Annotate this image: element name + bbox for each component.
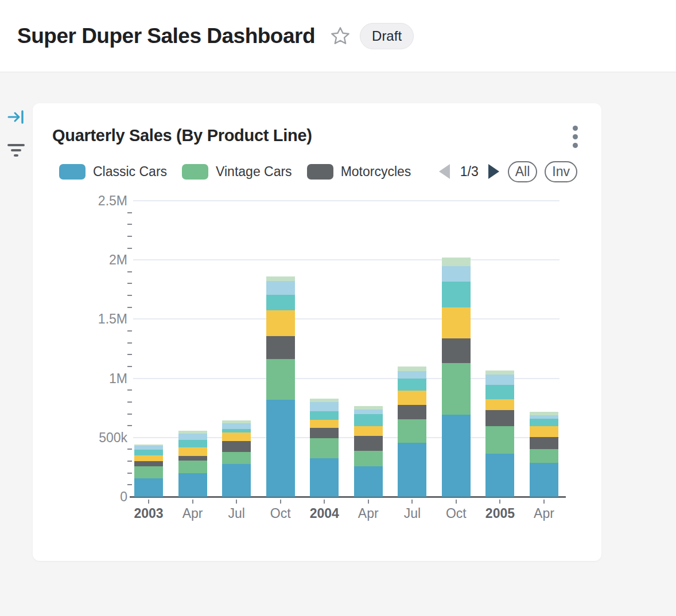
bar-segment[interactable] [530,415,558,419]
bar-segment[interactable] [354,451,383,466]
bar-segment[interactable] [485,375,514,385]
bar-segment[interactable] [178,461,207,473]
legend-prev-page-icon[interactable] [438,164,451,179]
bar-segment[interactable] [266,295,295,310]
bar-segment[interactable] [485,454,514,497]
bar-segment[interactable] [354,410,383,414]
bar-segment[interactable] [354,426,383,436]
y-axis-minor-tick [127,271,132,272]
bar-segment[interactable] [134,445,163,446]
bar-segment[interactable] [178,440,207,447]
bar-segment[interactable] [398,443,426,497]
bar-segment[interactable] [266,400,295,497]
collapse-panel-right-icon[interactable] [6,107,26,127]
bar-segment[interactable] [442,266,471,282]
bar-segment[interactable] [530,426,558,436]
bar-segment[interactable] [310,438,339,458]
bar-segment[interactable] [134,478,163,497]
page-title: Super Duper Sales Dashboard [17,24,315,48]
bar-segment[interactable] [134,461,163,466]
bar-segment[interactable] [398,391,426,405]
bar-segment[interactable] [530,449,558,462]
bar-segment[interactable] [310,428,339,438]
bar-segment[interactable] [485,426,514,454]
bar-segment[interactable] [530,463,558,497]
bar-segment[interactable] [354,414,383,426]
select-all-button[interactable]: All [508,161,538,182]
bar-segment[interactable] [354,466,383,497]
bar-segment[interactable] [178,473,207,497]
bar-segment[interactable] [442,415,471,497]
bar-segment[interactable] [266,310,295,337]
bar-segment[interactable] [178,456,207,461]
bar-segment[interactable] [222,429,251,433]
bar-segment[interactable] [398,419,426,443]
legend-next-page-icon[interactable] [488,164,500,179]
bar-segment[interactable] [310,458,339,497]
legend-item-motorcycles[interactable]: Motorcycles [307,164,411,180]
plot-area: 0500k1M1.5M2M2.5M2003AprJulOct2004AprJul… [133,201,560,497]
bar-segment[interactable] [178,434,207,440]
bar-segment[interactable] [178,431,207,434]
bar-segment[interactable] [222,441,251,451]
legend-swatch [59,164,86,180]
x-axis-tick-label: Apr [518,506,570,521]
bar-segment[interactable] [222,423,251,428]
filter-icon[interactable] [6,140,26,161]
y-axis-minor-tick [127,449,132,450]
bar-segment[interactable] [310,399,339,402]
bar-segment[interactable] [266,336,295,359]
legend-swatch [182,164,208,180]
y-axis-minor-tick [127,414,132,415]
y-axis-minor-tick [127,484,132,485]
bar-segment[interactable] [442,258,471,266]
bar-segment[interactable] [134,466,163,479]
bar-segment[interactable] [485,371,514,375]
bar-segment[interactable] [178,447,207,456]
bar-segment[interactable] [134,450,163,455]
legend-item-vintage-cars[interactable]: Vintage Cars [182,164,292,180]
y-axis-minor-tick [127,354,132,355]
bar-segment[interactable] [398,367,426,371]
bar-segment[interactable] [354,436,383,451]
bar-segment[interactable] [442,307,471,338]
bar-segment[interactable] [134,455,163,461]
bar-segment[interactable] [398,371,426,379]
bar-segment[interactable] [310,402,339,411]
bar-segment[interactable] [530,437,558,450]
bar-segment[interactable] [354,406,383,410]
invert-selection-button[interactable]: Inv [545,161,577,182]
bar-segment[interactable] [266,276,295,282]
bar-segment[interactable] [442,338,471,363]
bar-segment[interactable] [266,281,295,295]
x-axis-tick [368,500,369,504]
bar-segment[interactable] [530,412,558,415]
bar-segment[interactable] [442,363,471,415]
bar-segment[interactable] [222,432,251,441]
bar-segment[interactable] [266,359,295,400]
bar-segment[interactable] [398,405,426,419]
bar-segment[interactable] [485,399,514,410]
bar-segment[interactable] [310,411,339,420]
y-axis-tick-label: 500k [70,430,127,446]
bar-segment[interactable] [222,452,251,465]
favorite-star-icon[interactable] [329,25,352,48]
legend-item-classic-cars[interactable]: Classic Cars [59,164,167,180]
bar-segment[interactable] [398,379,426,391]
bar-segment[interactable] [222,420,251,423]
y-axis-minor-tick [127,295,132,296]
bar-segment[interactable] [530,419,558,426]
app-header: Super Duper Sales Dashboard Draft [0,0,676,72]
bar-segment[interactable] [134,446,163,450]
chart-title: Quarterly Sales (By Product Line) [52,126,312,145]
bar-segment[interactable] [310,420,339,428]
bar-segment[interactable] [442,282,471,308]
y-axis-minor-tick [127,425,132,426]
x-axis-tick [280,500,281,504]
legend-label: Classic Cars [93,164,167,180]
bar-segment[interactable] [222,464,251,497]
legend-swatch [307,164,333,180]
kebab-menu-icon[interactable] [565,124,585,149]
bar-segment[interactable] [485,385,514,399]
bar-segment[interactable] [485,410,514,426]
